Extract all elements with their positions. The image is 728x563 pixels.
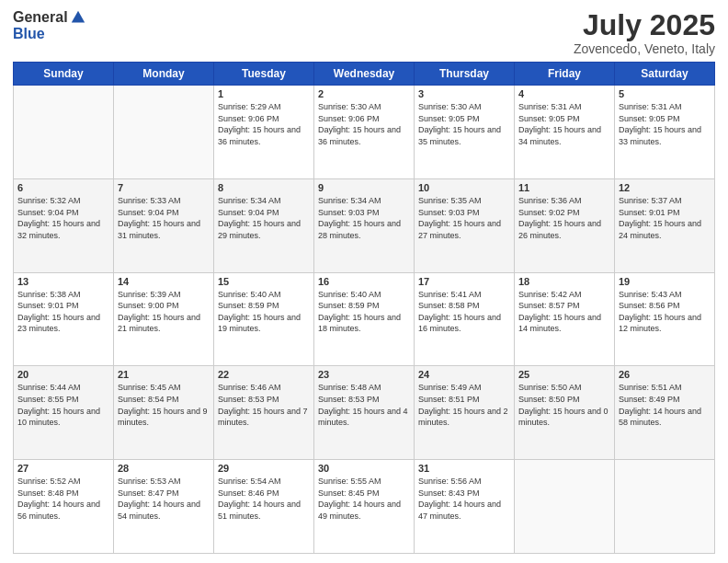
weekday-header: Wednesday (314, 63, 415, 86)
cell-info: Sunrise: 5:35 AM Sunset: 9:03 PM Dayligh… (418, 195, 510, 241)
calendar-cell: 12Sunrise: 5:37 AM Sunset: 9:01 PM Dayli… (615, 178, 715, 272)
calendar-cell: 26Sunrise: 5:51 AM Sunset: 8:49 PM Dayli… (615, 366, 715, 460)
day-number: 3 (418, 88, 510, 99)
cell-info: Sunrise: 5:53 AM Sunset: 8:47 PM Dayligh… (118, 476, 210, 522)
day-number: 30 (318, 463, 410, 474)
calendar-cell: 18Sunrise: 5:42 AM Sunset: 8:57 PM Dayli… (515, 272, 615, 366)
weekday-header: Saturday (615, 63, 715, 86)
day-number: 23 (318, 369, 410, 380)
calendar-cell: 25Sunrise: 5:50 AM Sunset: 8:50 PM Dayli… (515, 366, 615, 460)
cell-info: Sunrise: 5:40 AM Sunset: 8:59 PM Dayligh… (318, 289, 410, 335)
calendar-cell: 4Sunrise: 5:31 AM Sunset: 9:05 PM Daylig… (515, 86, 615, 179)
calendar-cell: 19Sunrise: 5:43 AM Sunset: 8:56 PM Dayli… (615, 272, 715, 366)
calendar-cell: 30Sunrise: 5:55 AM Sunset: 8:45 PM Dayli… (314, 460, 415, 554)
day-number: 15 (218, 276, 310, 287)
weekday-header: Tuesday (214, 63, 314, 86)
cell-info: Sunrise: 5:42 AM Sunset: 8:57 PM Dayligh… (518, 289, 610, 335)
day-number: 29 (218, 463, 310, 474)
cell-info: Sunrise: 5:50 AM Sunset: 8:50 PM Dayligh… (518, 382, 610, 428)
calendar-cell: 1Sunrise: 5:29 AM Sunset: 9:06 PM Daylig… (214, 86, 314, 179)
weekday-header: Sunday (14, 63, 114, 86)
calendar-cell: 29Sunrise: 5:54 AM Sunset: 8:46 PM Dayli… (214, 460, 314, 554)
calendar-cell: 21Sunrise: 5:45 AM Sunset: 8:54 PM Dayli… (114, 366, 214, 460)
calendar-cell: 14Sunrise: 5:39 AM Sunset: 9:00 PM Dayli… (114, 272, 214, 366)
day-number: 14 (118, 276, 210, 287)
day-number: 27 (17, 463, 109, 474)
day-number: 19 (619, 276, 711, 287)
cell-info: Sunrise: 5:34 AM Sunset: 9:04 PM Dayligh… (218, 195, 310, 241)
day-number: 6 (17, 182, 109, 193)
day-number: 2 (318, 88, 410, 99)
calendar-cell: 16Sunrise: 5:40 AM Sunset: 8:59 PM Dayli… (314, 272, 415, 366)
calendar-cell: 22Sunrise: 5:46 AM Sunset: 8:53 PM Dayli… (214, 366, 314, 460)
calendar-cell: 2Sunrise: 5:30 AM Sunset: 9:06 PM Daylig… (314, 86, 415, 179)
calendar-cell: 20Sunrise: 5:44 AM Sunset: 8:55 PM Dayli… (14, 366, 114, 460)
day-number: 10 (418, 182, 510, 193)
cell-info: Sunrise: 5:54 AM Sunset: 8:46 PM Dayligh… (218, 476, 310, 522)
logo-general-text: General (13, 9, 68, 26)
calendar-table: SundayMondayTuesdayWednesdayThursdayFrid… (13, 62, 715, 554)
calendar-cell: 31Sunrise: 5:56 AM Sunset: 8:43 PM Dayli… (415, 460, 515, 554)
calendar-cell (615, 460, 715, 554)
day-number: 12 (619, 182, 711, 193)
calendar-cell: 9Sunrise: 5:34 AM Sunset: 9:03 PM Daylig… (314, 178, 415, 272)
day-number: 17 (418, 276, 510, 287)
day-number: 22 (218, 369, 310, 380)
cell-info: Sunrise: 5:40 AM Sunset: 8:59 PM Dayligh… (218, 289, 310, 335)
day-number: 1 (218, 88, 310, 99)
cell-info: Sunrise: 5:52 AM Sunset: 8:48 PM Dayligh… (17, 476, 109, 522)
page: General Blue July 2025 Zovencedo, Veneto… (0, 0, 728, 563)
day-number: 21 (118, 369, 210, 380)
calendar-cell: 13Sunrise: 5:38 AM Sunset: 9:01 PM Dayli… (14, 272, 114, 366)
calendar-cell: 23Sunrise: 5:48 AM Sunset: 8:53 PM Dayli… (314, 366, 415, 460)
day-number: 18 (518, 276, 610, 287)
calendar-week-row: 20Sunrise: 5:44 AM Sunset: 8:55 PM Dayli… (14, 366, 715, 460)
cell-info: Sunrise: 5:30 AM Sunset: 9:06 PM Dayligh… (318, 101, 410, 147)
calendar-cell: 28Sunrise: 5:53 AM Sunset: 8:47 PM Dayli… (114, 460, 214, 554)
weekday-header: Friday (515, 63, 615, 86)
calendar-cell: 3Sunrise: 5:30 AM Sunset: 9:05 PM Daylig… (415, 86, 515, 179)
calendar-cell: 10Sunrise: 5:35 AM Sunset: 9:03 PM Dayli… (415, 178, 515, 272)
svg-marker-0 (71, 11, 84, 23)
calendar-cell: 6Sunrise: 5:32 AM Sunset: 9:04 PM Daylig… (14, 178, 114, 272)
location: Zovencedo, Veneto, Italy (574, 41, 715, 56)
calendar-week-row: 27Sunrise: 5:52 AM Sunset: 8:48 PM Dayli… (14, 460, 715, 554)
calendar-week-row: 13Sunrise: 5:38 AM Sunset: 9:01 PM Dayli… (14, 272, 715, 366)
cell-info: Sunrise: 5:51 AM Sunset: 8:49 PM Dayligh… (619, 382, 711, 428)
weekday-header: Monday (114, 63, 214, 86)
header: General Blue July 2025 Zovencedo, Veneto… (13, 9, 715, 56)
calendar-cell: 11Sunrise: 5:36 AM Sunset: 9:02 PM Dayli… (515, 178, 615, 272)
cell-info: Sunrise: 5:31 AM Sunset: 9:05 PM Dayligh… (619, 101, 711, 147)
cell-info: Sunrise: 5:30 AM Sunset: 9:05 PM Dayligh… (418, 101, 510, 147)
cell-info: Sunrise: 5:32 AM Sunset: 9:04 PM Dayligh… (17, 195, 109, 241)
logo-icon (70, 9, 86, 26)
cell-info: Sunrise: 5:45 AM Sunset: 8:54 PM Dayligh… (118, 382, 210, 428)
weekday-header-row: SundayMondayTuesdayWednesdayThursdayFrid… (14, 63, 715, 86)
day-number: 9 (318, 182, 410, 193)
day-number: 5 (619, 88, 711, 99)
day-number: 26 (619, 369, 711, 380)
cell-info: Sunrise: 5:37 AM Sunset: 9:01 PM Dayligh… (619, 195, 711, 241)
day-number: 31 (418, 463, 510, 474)
calendar-cell: 27Sunrise: 5:52 AM Sunset: 8:48 PM Dayli… (14, 460, 114, 554)
cell-info: Sunrise: 5:29 AM Sunset: 9:06 PM Dayligh… (218, 101, 310, 147)
calendar-cell: 5Sunrise: 5:31 AM Sunset: 9:05 PM Daylig… (615, 86, 715, 179)
cell-info: Sunrise: 5:43 AM Sunset: 8:56 PM Dayligh… (619, 289, 711, 335)
calendar-cell: 17Sunrise: 5:41 AM Sunset: 8:58 PM Dayli… (415, 272, 515, 366)
calendar-cell: 15Sunrise: 5:40 AM Sunset: 8:59 PM Dayli… (214, 272, 314, 366)
calendar-cell (14, 86, 114, 179)
day-number: 25 (518, 369, 610, 380)
weekday-header: Thursday (415, 63, 515, 86)
cell-info: Sunrise: 5:33 AM Sunset: 9:04 PM Dayligh… (118, 195, 210, 241)
calendar-cell: 24Sunrise: 5:49 AM Sunset: 8:51 PM Dayli… (415, 366, 515, 460)
day-number: 28 (118, 463, 210, 474)
day-number: 4 (518, 88, 610, 99)
day-number: 24 (418, 369, 510, 380)
cell-info: Sunrise: 5:36 AM Sunset: 9:02 PM Dayligh… (518, 195, 610, 241)
cell-info: Sunrise: 5:48 AM Sunset: 8:53 PM Dayligh… (318, 382, 410, 428)
day-number: 16 (318, 276, 410, 287)
cell-info: Sunrise: 5:34 AM Sunset: 9:03 PM Dayligh… (318, 195, 410, 241)
day-number: 13 (17, 276, 109, 287)
cell-info: Sunrise: 5:41 AM Sunset: 8:58 PM Dayligh… (418, 289, 510, 335)
logo-blue-text: Blue (13, 26, 45, 42)
